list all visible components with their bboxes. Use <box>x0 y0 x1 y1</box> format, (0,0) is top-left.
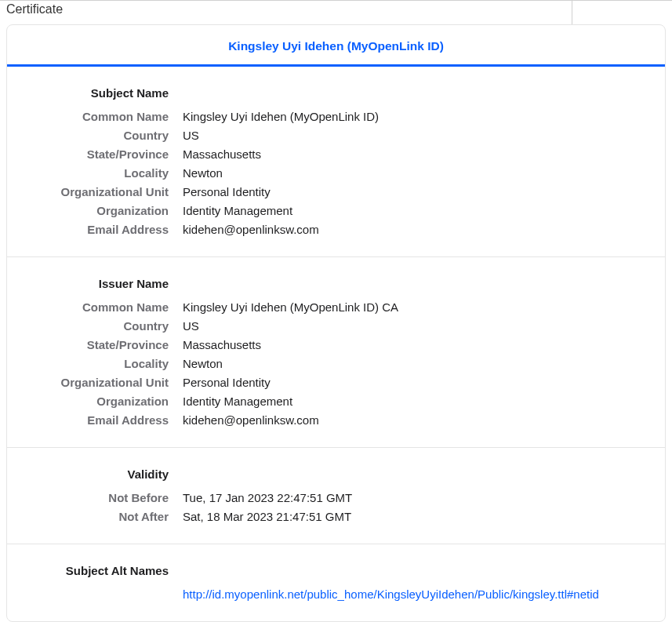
label-country: Country <box>7 126 183 145</box>
label-locality: Locality <box>7 164 183 183</box>
value-issuer-org: Identity Management <box>183 392 665 411</box>
label-email: Email Address <box>7 220 183 239</box>
value-issuer-country: US <box>183 317 665 336</box>
label-not-after: Not After <box>7 507 183 526</box>
label-org: Organization <box>7 202 183 220</box>
subject-name-section: Subject Name Common Name Kingsley Uyi Id… <box>7 67 665 257</box>
label-state: State/Province <box>7 145 183 164</box>
label-issuer-email: Email Address <box>7 411 183 430</box>
value-org: Identity Management <box>183 202 665 220</box>
value-not-after: Sat, 18 Mar 2023 21:47:51 GMT <box>183 507 665 526</box>
window-title: Certificate <box>0 1 572 24</box>
validity-section: Validity Not Before Tue, 17 Jan 2023 22:… <box>7 448 665 544</box>
san-heading: Subject Alt Names <box>7 562 183 580</box>
value-issuer-org-unit: Personal Identity <box>183 373 665 392</box>
label-common-name: Common Name <box>7 107 183 126</box>
certificate-header: Kingsley Uyi Idehen (MyOpenLink ID) <box>7 25 665 67</box>
value-state: Massachusetts <box>183 145 665 164</box>
value-not-before: Tue, 17 Jan 2023 22:47:51 GMT <box>183 489 665 507</box>
certificate-panel: Kingsley Uyi Idehen (MyOpenLink ID) Subj… <box>6 24 666 622</box>
value-common-name: Kingsley Uyi Idehen (MyOpenLink ID) <box>183 107 665 126</box>
value-issuer-common-name: Kingsley Uyi Idehen (MyOpenLink ID) CA <box>183 298 665 317</box>
san-link[interactable]: http://id.myopenlink.net/public_home/Kin… <box>183 587 599 601</box>
validity-heading: Validity <box>7 465 183 484</box>
value-issuer-state: Massachusetts <box>183 336 665 355</box>
value-country: US <box>183 126 665 145</box>
label-issuer-state: State/Province <box>7 336 183 355</box>
label-issuer-locality: Locality <box>7 355 183 373</box>
label-issuer-common-name: Common Name <box>7 298 183 317</box>
subject-name-heading: Subject Name <box>7 84 183 103</box>
value-locality: Newton <box>183 164 665 183</box>
value-org-unit: Personal Identity <box>183 183 665 202</box>
certificate-title-link[interactable]: Kingsley Uyi Idehen (MyOpenLink ID) <box>228 39 444 53</box>
label-issuer-org: Organization <box>7 392 183 411</box>
label-not-before: Not Before <box>7 489 183 507</box>
issuer-name-section: Issuer Name Common Name Kingsley Uyi Ide… <box>7 257 665 448</box>
value-email: kidehen@openlinksw.com <box>183 220 665 239</box>
label-issuer-org-unit: Organizational Unit <box>7 373 183 392</box>
value-issuer-locality: Newton <box>183 355 665 373</box>
issuer-name-heading: Issuer Name <box>7 275 183 293</box>
value-issuer-email: kidehen@openlinksw.com <box>183 411 665 430</box>
san-section: Subject Alt Names http://id.myopenlink.n… <box>7 544 665 621</box>
label-org-unit: Organizational Unit <box>7 183 183 202</box>
label-issuer-country: Country <box>7 317 183 336</box>
